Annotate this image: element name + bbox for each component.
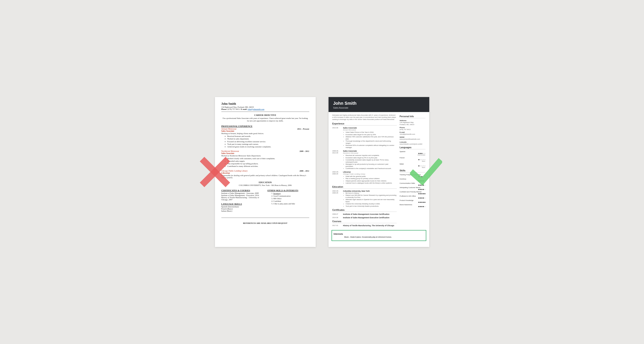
interests-text: Music - Grade 8 piano. Occasionally play… [344, 236, 392, 238]
x-mark-icon [200, 157, 230, 187]
left-email-link[interactable]: john@johnsmith.com [248, 108, 264, 110]
entry: 2002-09 - 2006-05Columbia University, Ne… [332, 190, 397, 207]
left-name: John Smith [222, 102, 309, 106]
entry: 2002-09 - 2006-05LibrarianChicago Public… [332, 171, 397, 184]
sh-interests: Interests [334, 233, 424, 236]
right-role: Sales Associate [333, 107, 424, 109]
good-resume: John Smith Sales Associate Motivated and… [328, 97, 429, 247]
exp-title: PROFESSIONAL EXPERIENCE [222, 125, 309, 127]
check-mark-icon [410, 156, 442, 188]
sh-courses: Courses [332, 220, 397, 223]
interests-highlight: Interests Music - Grade 8 piano. Occasio… [332, 230, 426, 241]
lang-title: LANGUAGE SKILLS [222, 203, 263, 205]
entry: 2012-06Sales AssociateArmani MenswearVot… [332, 127, 397, 149]
objective-text: I'm a professional Sales Associate with … [222, 117, 309, 122]
entry: 2017-01History of Textile Manufacturing,… [332, 225, 397, 227]
right-header: John Smith Sales Associate [328, 97, 429, 112]
sh-languages: Languages [400, 146, 426, 149]
entry: 2008-07Institute of Sales Management Ass… [332, 213, 397, 215]
edu-line: COLUMBIA UNIVERSITY, New York – BA Hons … [222, 184, 309, 186]
left-contact: Phone: (678) 757 9413 / E-mail: john@joh… [222, 108, 309, 110]
sh-personal: Personal Info [400, 115, 426, 118]
other-title: OTHER SKILLS & INTERESTS [268, 189, 309, 192]
sh-education: Education [332, 186, 397, 189]
right-name: John Smith [333, 101, 424, 106]
sh-experience: Experience [332, 122, 397, 125]
entry: 2008-06 - 2012-05Sales AssociateNordstro… [332, 150, 397, 170]
comparison-stage: John Smith 134 Rightward Way, Portland, … [215, 97, 429, 247]
certs-title: CERTIFICATES & COURSES [222, 189, 263, 192]
summary: Motivated and highly professional Sales … [332, 114, 397, 121]
objective-title: CAREER OBJECTIVE [222, 114, 309, 116]
left-footer: REFERENCES ARE AVAILABLE UPON REQUEST [222, 222, 309, 224]
entry: 2014-06Institute of Sales Management Exe… [332, 217, 397, 219]
edu-title: EDUCATION [222, 181, 309, 184]
bad-resume: John Smith 134 Rightward Way, Portland, … [215, 97, 316, 247]
left-address: 134 Rightward Way, Portland, ME, 04019 [222, 106, 309, 108]
sh-certificates: Certificates [332, 209, 397, 212]
